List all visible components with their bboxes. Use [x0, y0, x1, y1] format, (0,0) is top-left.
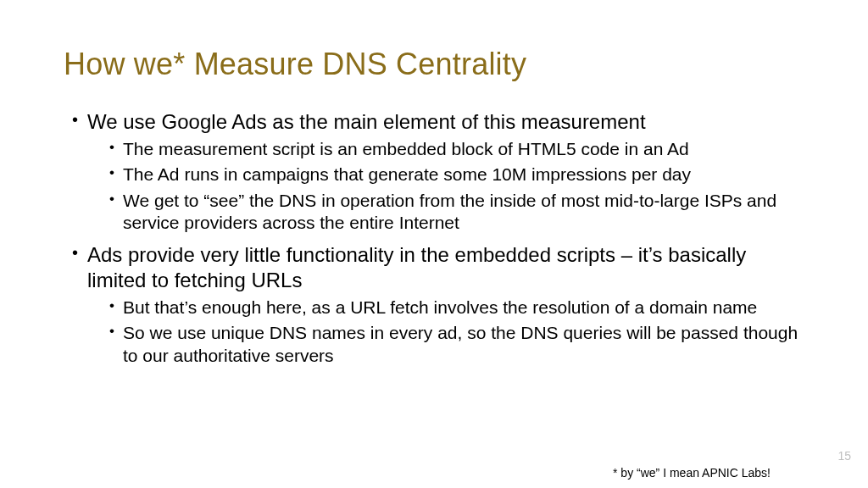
- sub-bullet-list: But that’s enough here, as a URL fetch i…: [87, 297, 804, 367]
- sub-bullet-item: So we use unique DNS names in every ad, …: [109, 322, 804, 367]
- bullet-list: We use Google Ads as the main element of…: [64, 109, 804, 367]
- footnote: * by “we” I mean APNIC Labs!: [613, 466, 771, 480]
- sub-bullet-list: The measurement script is an embedded bl…: [87, 138, 804, 234]
- sub-bullet-item: The Ad runs in campaigns that generate s…: [109, 164, 804, 186]
- bullet-item: Ads provide very little functionality in…: [72, 242, 804, 367]
- bullet-text: We use Google Ads as the main element of…: [87, 110, 646, 133]
- sub-bullet-item: The measurement script is an embedded bl…: [109, 138, 804, 160]
- bullet-text: Ads provide very little functionality in…: [87, 243, 746, 291]
- slide-title: How we* Measure DNS Centrality: [64, 47, 804, 82]
- sub-bullet-item: We get to “see” the DNS in operation fro…: [109, 190, 804, 235]
- page-number: 15: [837, 449, 851, 463]
- slide: How we* Measure DNS Centrality We use Go…: [0, 0, 868, 488]
- bullet-item: We use Google Ads as the main element of…: [72, 109, 804, 234]
- sub-bullet-item: But that’s enough here, as a URL fetch i…: [109, 297, 804, 319]
